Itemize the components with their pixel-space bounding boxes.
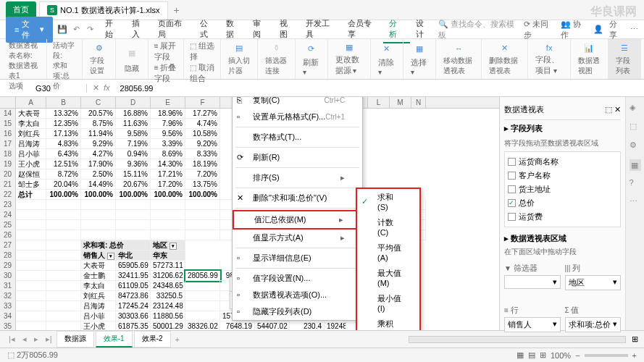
row-header[interactable]: 16 xyxy=(0,129,16,139)
col-header[interactable]: D xyxy=(116,97,151,108)
menu-item[interactable]: ✕删除"求和项:总价"(V) xyxy=(233,190,362,206)
cell[interactable]: 总计 xyxy=(16,190,46,200)
submenu-item[interactable]: 最大值(M) xyxy=(357,265,419,290)
avatar-icon[interactable]: 👤 xyxy=(593,25,603,34)
save-icon[interactable]: 💾 xyxy=(54,25,70,34)
menu-item[interactable]: ⟳刷新(R) xyxy=(233,149,362,166)
cell[interactable]: 38326.02 xyxy=(185,321,220,330)
cell[interactable]: 100.00% xyxy=(185,190,220,200)
row-header[interactable]: 15 xyxy=(0,119,16,129)
cell[interactable] xyxy=(185,291,220,301)
cell[interactable] xyxy=(151,220,185,230)
filter-area[interactable]: ▾ xyxy=(504,275,561,289)
cell[interactable]: 50001.29 xyxy=(151,321,185,330)
undo-icon[interactable]: ↶ xyxy=(72,25,81,34)
slicer-icon[interactable]: ▤ xyxy=(230,42,248,54)
side-select-icon[interactable]: ⬚ xyxy=(630,122,641,133)
sheet-tab[interactable]: 效果-2 xyxy=(134,331,171,348)
panel-pin-icon[interactable]: ⬚ xyxy=(605,105,612,114)
pivot-col-header[interactable]: 华北 xyxy=(116,251,151,261)
submenu-item[interactable]: 乘积(P) xyxy=(357,316,419,330)
cell[interactable]: 8.75% xyxy=(81,119,116,129)
row-header[interactable]: 14 xyxy=(0,109,16,119)
sheet-nav-last[interactable]: ▸| xyxy=(43,334,55,344)
cell[interactable] xyxy=(46,210,81,220)
zoom-value[interactable]: 100% xyxy=(551,351,571,360)
row-header[interactable]: 24 xyxy=(0,210,16,220)
cell[interactable]: 刘红兵 xyxy=(81,291,116,301)
cell[interactable]: 8.33% xyxy=(185,149,220,159)
submenu-item[interactable]: 平均值(A) xyxy=(357,240,419,265)
menu-item[interactable]: 值显示方式(A)▸ xyxy=(233,230,362,246)
cell[interactable] xyxy=(81,210,116,220)
menu-item[interactable]: ▫值字段设置(N)... xyxy=(233,270,362,287)
cell[interactable]: 邹士多 xyxy=(16,180,46,190)
cell[interactable]: 57273.11 xyxy=(151,261,185,271)
cell[interactable]: 9.58% xyxy=(116,129,151,139)
cell[interactable] xyxy=(16,210,46,220)
hide-icon[interactable]: ▦ xyxy=(123,45,141,62)
row-header[interactable]: 23 xyxy=(0,200,16,210)
side-help-icon[interactable]: ? xyxy=(630,178,641,190)
redo-icon[interactable]: ↷ xyxy=(83,25,98,34)
cell[interactable]: 7.96% xyxy=(151,119,185,129)
cell[interactable] xyxy=(185,261,220,271)
move-pivot-icon[interactable]: ↔ xyxy=(450,42,467,54)
sheet-tab[interactable]: 数据源 xyxy=(57,331,94,348)
checkbox[interactable] xyxy=(508,213,516,221)
cell[interactable]: 65905.69 xyxy=(116,261,151,271)
cell[interactable]: 0.94% xyxy=(116,149,151,159)
cell[interactable]: 13.32% xyxy=(46,109,81,119)
row-header[interactable]: 26 xyxy=(0,230,16,240)
cell[interactable]: 吕海涛 xyxy=(81,301,116,311)
cell[interactable]: 20.67% xyxy=(116,180,151,190)
cell[interactable] xyxy=(151,230,185,240)
fields-items-icon[interactable]: fx xyxy=(540,42,558,53)
zoom-slider[interactable] xyxy=(585,354,628,357)
checkbox[interactable] xyxy=(508,199,516,207)
filter-conn-icon[interactable]: ⚱ xyxy=(267,42,285,54)
cell[interactable] xyxy=(185,301,220,311)
pivot-region-label[interactable]: 地区 ▾ xyxy=(151,240,185,251)
cell[interactable]: 8.72% xyxy=(46,169,81,180)
cell[interactable]: 100.00% xyxy=(81,190,116,200)
sheet-area[interactable]: ABCDEFGHIJKLMN14大表哥13.32%20.57%16.88%18.… xyxy=(0,97,499,330)
col-header[interactable]: M xyxy=(390,97,411,108)
col-header[interactable]: C xyxy=(81,97,116,108)
menu-item[interactable]: ⎘复制(C)Ctrl+C xyxy=(233,97,362,109)
row-header[interactable]: 22 xyxy=(0,190,16,200)
cell[interactable]: 61109.05 xyxy=(116,281,151,291)
row-header[interactable]: 20 xyxy=(0,169,16,180)
cell[interactable] xyxy=(185,311,220,321)
field-item[interactable]: 货主地址 xyxy=(508,182,617,196)
cell[interactable]: 14.49% xyxy=(81,180,116,190)
select-icon[interactable]: ▦ xyxy=(411,42,428,56)
cell[interactable]: 赵保恒 xyxy=(16,169,46,180)
sheet-nav-next[interactable]: ▸ xyxy=(31,334,41,344)
cell[interactable] xyxy=(16,220,46,230)
row-header[interactable]: 18 xyxy=(0,149,16,159)
cell[interactable]: 17245.24 xyxy=(116,301,151,311)
cell[interactable] xyxy=(46,200,81,210)
cell[interactable]: 刘红兵 xyxy=(16,129,46,139)
cell[interactable]: 大表哥 xyxy=(16,109,46,119)
share-button[interactable]: 分享 xyxy=(609,19,624,41)
sheet-nav-prev[interactable]: ◂ xyxy=(20,334,30,344)
col-header[interactable]: E xyxy=(151,97,185,108)
pivot-seller-label[interactable]: 销售人 ▾ xyxy=(81,251,116,261)
pivot-col-header[interactable]: 华东 xyxy=(151,251,185,261)
cell[interactable]: 84723.86 xyxy=(116,291,151,301)
cell[interactable] xyxy=(81,230,116,240)
cell[interactable]: 28056.99 xyxy=(185,271,220,281)
cell[interactable] xyxy=(116,200,151,210)
cell[interactable]: 17.90% xyxy=(81,159,116,169)
tab-home[interactable]: 首页 xyxy=(6,1,36,18)
view-layout-icon[interactable]: ▤ xyxy=(528,350,535,360)
cell[interactable]: 11.63% xyxy=(116,119,151,129)
cell[interactable]: 32411.95 xyxy=(116,271,151,281)
cell[interactable]: 100.00% xyxy=(151,190,185,200)
checkbox[interactable] xyxy=(508,158,516,166)
cell[interactable] xyxy=(151,200,185,210)
cell[interactable]: 大表哥 xyxy=(81,261,116,271)
cell[interactable]: 61875.35 xyxy=(116,321,151,330)
